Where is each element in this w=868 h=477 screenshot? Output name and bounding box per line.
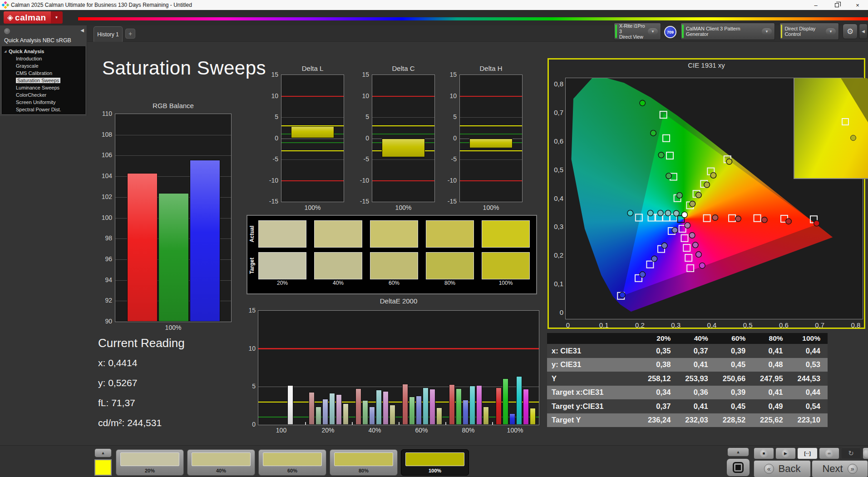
table-row: x: CIE310,350,370,390,410,44 xyxy=(547,344,828,358)
x-tick-label: 0,2 xyxy=(631,321,649,329)
settings-button[interactable]: ⚙ xyxy=(843,24,858,39)
pattern-generator-dropdown[interactable]: CalMAN Client 3 Pattern Generator ▼ xyxy=(681,23,775,40)
tree-item[interactable]: Spectral Power Dist. xyxy=(2,106,85,113)
y-tick-label: -10 xyxy=(444,177,457,184)
display-control-dropdown[interactable]: Direct Display Control ▼ xyxy=(779,23,839,40)
colorspace-badge[interactable]: 709 xyxy=(664,26,676,38)
patch-button-100%[interactable]: 100% xyxy=(401,449,469,476)
tree-item[interactable]: Luminance Sweeps xyxy=(2,84,85,91)
x-tick-label: 0,7 xyxy=(811,321,829,329)
deltae-bar xyxy=(423,388,429,425)
target-swatch xyxy=(314,252,362,279)
y-tick-label: 100 xyxy=(98,214,112,221)
value-cell: 0,48 xyxy=(753,358,790,372)
delta-c-chart[interactable]: Delta C-15-10-5051015100% xyxy=(356,65,438,214)
value-cell: 0,39 xyxy=(715,344,753,358)
logo-dropdown-arrow-icon[interactable]: ▼ xyxy=(51,11,63,24)
limit-line xyxy=(281,96,344,97)
loop-button[interactable]: ↻ xyxy=(841,447,861,459)
target-square xyxy=(636,214,642,221)
target-square xyxy=(754,215,761,222)
sidebar-collapse-icon[interactable]: ◀ xyxy=(80,28,84,33)
back-button[interactable]: « Back xyxy=(754,460,811,477)
patch-button-40%[interactable]: 40% xyxy=(187,449,255,476)
tree-item[interactable]: ColorChecker xyxy=(2,91,85,99)
calman-logo-menu[interactable]: ◈ calman ▼ xyxy=(4,11,63,24)
header-cell xyxy=(547,333,641,344)
y-tick-label: 106 xyxy=(98,151,112,159)
stop-measure-button[interactable] xyxy=(726,458,750,477)
measured-point xyxy=(762,217,768,223)
tree-item[interactable]: ◢Quick Analysis xyxy=(2,48,85,55)
play-button[interactable]: ▶ xyxy=(775,447,796,459)
tree-item[interactable]: Grayscale xyxy=(2,62,85,70)
collapse-panel-button[interactable]: ◀ xyxy=(859,24,868,39)
measured-point xyxy=(651,256,657,262)
tree-item[interactable]: Screen Uniformity xyxy=(2,99,85,106)
value-cell: 0,41 xyxy=(678,358,715,372)
patch-label: 40% xyxy=(187,468,255,473)
delta-h-chart[interactable]: Delta H-15-10-5051015100% xyxy=(444,65,526,214)
delta_c-plot xyxy=(372,75,435,202)
add-tab-button[interactable]: + xyxy=(125,29,135,39)
pattern-window-button[interactable]: [··] xyxy=(797,447,818,459)
patch-button-20%[interactable]: 20% xyxy=(116,449,184,476)
green-bar xyxy=(158,193,189,322)
x-tick-label: 0,5 xyxy=(739,321,757,329)
collapse-icon: ◀ xyxy=(862,29,865,34)
patch-swatch xyxy=(334,452,393,466)
cie-plot xyxy=(565,78,863,319)
workflow-tree: ◢Quick AnalysisIntroductionGrayscaleCMS … xyxy=(2,46,85,114)
deltae-bar xyxy=(476,385,482,425)
swatch-column-label: 20% xyxy=(258,280,306,286)
transport-up-button[interactable]: ▲ xyxy=(727,447,749,457)
minimize-button[interactable]: – xyxy=(805,0,826,10)
header-cell: 100% xyxy=(790,333,828,344)
patch-list-up-button[interactable]: ▲ xyxy=(94,448,112,457)
sidebar-radio-button[interactable] xyxy=(4,28,10,34)
pattern-window-icon: [··] xyxy=(804,451,811,456)
delta-l-chart[interactable]: Delta L-15-10-5051015100% xyxy=(266,65,347,214)
actual-target-swatch-panel[interactable]: ActualTarget20%40%60%80%100% xyxy=(247,215,537,294)
patch-button-60%[interactable]: 60% xyxy=(258,449,326,476)
tree-item[interactable]: Saturation Sweeps xyxy=(2,77,85,84)
table-row: Y258,12253,93250,66247,95244,53 xyxy=(547,372,828,386)
deltae-bar xyxy=(463,400,469,425)
tree-item[interactable]: Introduction xyxy=(2,55,85,62)
y-tick-label: -15 xyxy=(444,198,457,205)
meter-mode: Direct View xyxy=(619,34,648,40)
patch-button-80%[interactable]: 80% xyxy=(330,449,398,476)
rgb-balance-chart[interactable]: RGB Balance 9092949698100102104106108110… xyxy=(98,102,234,336)
y-tick-label: -5 xyxy=(356,155,369,163)
value-cell: 223,10 xyxy=(790,413,828,427)
y-tick-label: 0 xyxy=(444,134,457,142)
chevron-down-icon: ▼ xyxy=(648,28,658,35)
deltae-bar xyxy=(287,385,293,425)
close-button[interactable]: × xyxy=(847,0,868,10)
stop-button[interactable]: ■ xyxy=(754,447,774,459)
gridline xyxy=(281,117,344,118)
patch-label: 100% xyxy=(401,468,469,473)
current-pattern-swatch[interactable] xyxy=(94,459,112,476)
table-row: Target x:CIE310,340,360,390,410,44 xyxy=(547,386,828,400)
tab-history-1[interactable]: History 1 xyxy=(94,26,123,42)
measured-point xyxy=(696,252,702,258)
deltae-bar xyxy=(369,407,375,425)
deltae-bar xyxy=(469,386,475,425)
target-swatch xyxy=(482,252,530,279)
tree-expander-icon[interactable]: ◢ xyxy=(4,48,6,55)
deltae-2000-chart[interactable]: DeltaE 2000 051015 10020%40%60%80%100% xyxy=(247,297,542,436)
meter-dropdown[interactable]: X-Rite i1Pro 3 Direct View ▼ xyxy=(614,23,661,40)
extra-transport-button[interactable] xyxy=(863,447,868,459)
group-label: 100 xyxy=(268,427,295,434)
restore-button[interactable] xyxy=(826,0,847,10)
up-arrow-icon: ▲ xyxy=(101,451,105,455)
next-button[interactable]: Next » xyxy=(812,460,868,477)
blue-bar xyxy=(190,160,220,322)
measured-point xyxy=(692,242,698,248)
cie-1931-chart[interactable]: CIE 1931 xy 00,10,20,30,40,50,60,70,8 00… xyxy=(547,58,865,329)
stop-icon: ■ xyxy=(763,451,765,456)
continuous-measure-button[interactable]: ∞ xyxy=(819,447,839,459)
y-tick-label: 0,4 xyxy=(551,194,563,202)
tree-item[interactable]: CMS Calibration xyxy=(2,70,85,77)
